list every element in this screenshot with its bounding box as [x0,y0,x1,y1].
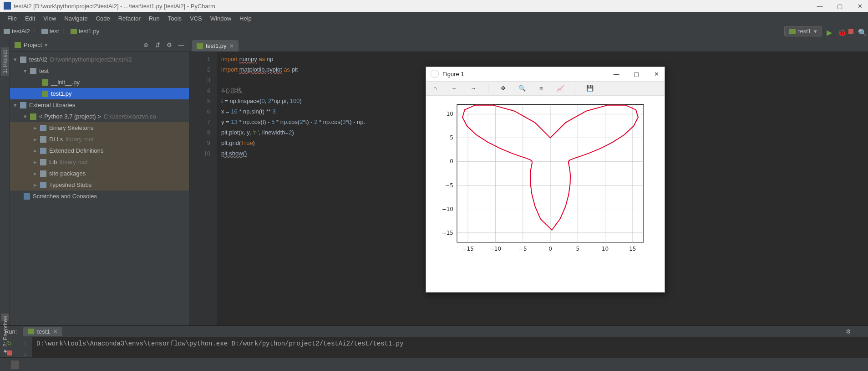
menu-bar: File Edit View Navigate Code Refactor Ru… [0,12,868,25]
search-everywhere-button[interactable]: 🔍 [858,28,864,35]
menu-run[interactable]: Run [145,13,163,24]
locate-icon[interactable]: ⊕ [142,42,149,48]
zoom-icon[interactable]: 🔍 [518,84,527,93]
tree-scratches[interactable]: Scratches and Consoles [10,191,189,202]
menu-help[interactable]: Help [236,13,255,24]
run-button[interactable]: ▶ [827,28,833,35]
menu-navigate[interactable]: Navigate [61,13,91,24]
tree-python-env[interactable]: ▾ < Python 3.7 (project) > C:\Users\xiao… [10,111,189,122]
run-config-selector[interactable]: test1 ▾ [784,26,822,36]
configure-icon[interactable]: ≡ [537,84,546,93]
tree-external-libraries[interactable]: ▾ External Libraries [10,99,189,111]
matplotlib-icon [431,70,439,78]
project-icon [15,42,21,48]
svg-text:−10: −10 [490,246,501,252]
svg-text:−5: −5 [445,182,453,189]
stop-button[interactable] [848,29,853,34]
menu-refactor[interactable]: Refactor [115,13,144,24]
window-title: testAi2 [D:\work\python\project2\testAi2… [14,3,215,10]
close-tab-icon[interactable]: ✕ [53,328,58,335]
maximize-button[interactable]: ▢ [835,1,844,10]
settings-icon[interactable]: ⚙ [166,42,173,48]
figure-toolbar: ⌂ ← → ✥ 🔍 ≡ 📈 💾 [426,81,665,96]
app-icon [4,2,11,10]
tree-binary-skeletons[interactable]: ▸Binary Skeletons [10,122,189,134]
tree-root[interactable]: ▾ testAi2 D:\work\python\project2\testAi… [10,54,189,65]
project-tree[interactable]: ▾ testAi2 D:\work\python\project2\testAi… [10,52,189,325]
breadcrumb-folder[interactable]: test [50,28,59,35]
figure-titlebar[interactable]: Figure 1 — ▢ ✕ [426,67,665,81]
menu-window[interactable]: Window [207,13,235,24]
project-tool-window: Project ▾ ⊕ ⇵ ⚙ — ▾ testAi2 D:\work\pyth… [10,38,189,325]
run-config-label: test1 [798,28,811,35]
run-tool-window: Run: test1 ✕ ⚙ — ↻ ↑ ↓ D:\work\tools\Ana… [0,325,868,357]
breadcrumb-root[interactable]: testAi2 [12,28,30,35]
tree-typeshed[interactable]: ▸Typeshed Stubs [10,179,189,191]
tab-favorites[interactable]: ★ 2: Favorites [1,313,10,357]
svg-text:5: 5 [450,134,453,141]
status-bar [0,357,868,371]
hide-icon[interactable]: — [178,42,184,48]
back-icon[interactable]: ← [450,84,459,93]
menu-vcs[interactable]: VCS [186,13,206,24]
hide-icon[interactable]: — [858,328,863,335]
svg-text:−10: −10 [442,206,453,212]
tree-site-packages[interactable]: ▸site-packages [10,168,189,179]
window-titlebar: testAi2 [D:\work\python\project2\testAi2… [0,0,868,12]
tree-dlls[interactable]: ▸DLLs library root [10,134,189,145]
dropdown-icon: ▾ [814,28,817,35]
run-side-toolbar-2: ↑ ↓ [18,337,32,357]
close-button[interactable]: ✕ [653,70,660,77]
run-output[interactable]: D:\work\tools\Anaconda3\envs\tensorflow\… [32,337,868,357]
breadcrumb-file[interactable]: test1.py [79,28,100,35]
svg-text:10: 10 [447,111,453,117]
dropdown-icon[interactable]: ▾ [45,41,48,48]
line-gutter: 12345678910 [189,52,217,325]
axes-icon[interactable]: 📈 [556,84,565,93]
menu-tools[interactable]: Tools [164,13,185,24]
chevron-right-icon: 〉 [33,27,39,36]
tree-file-init[interactable]: __init__.py [10,77,189,88]
down-icon[interactable]: ↓ [24,350,27,357]
editor-tab-label: test1.py [206,42,227,49]
python-file-icon [28,329,34,334]
collapse-all-icon[interactable]: ⇵ [154,42,161,48]
svg-text:−15: −15 [442,230,453,236]
folder-icon [4,29,10,34]
run-tab-label: test1 [37,328,50,335]
breadcrumb[interactable]: testAi2 〉 test 〉 test1.py [4,27,99,36]
settings-icon[interactable]: ⚙ [846,328,851,335]
separator [488,84,488,93]
maximize-button[interactable]: ▢ [633,70,640,77]
close-button[interactable]: ✕ [855,1,864,10]
menu-edit[interactable]: Edit [21,13,39,24]
minimize-button[interactable]: — [815,1,824,10]
home-icon[interactable]: ⌂ [431,84,440,93]
close-tab-icon[interactable]: ✕ [229,43,234,49]
minimize-button[interactable]: — [613,70,620,77]
save-icon[interactable]: 💾 [585,84,594,93]
python-file-icon [197,43,203,49]
editor-tab-test1[interactable]: test1.py ✕ [192,40,239,52]
menu-file[interactable]: File [4,13,20,24]
tab-project[interactable]: 1: Project [1,47,9,76]
tool-windows-icon[interactable] [11,361,19,369]
tree-lib[interactable]: ▸Lib library root [10,156,189,168]
tree-file-test1[interactable]: test1.py [10,88,189,99]
tree-extended-defs[interactable]: ▸Extended Definitions [10,145,189,156]
up-icon[interactable]: ↑ [24,340,27,347]
svg-text:5: 5 [576,246,579,252]
menu-view[interactable]: View [40,13,60,24]
figure-title: Figure 1 [442,71,464,77]
tree-folder-test[interactable]: ▾ test [10,65,189,77]
figure-canvas[interactable]: −15−10−5051015−15−10−50510 [426,96,665,292]
pan-icon[interactable]: ✥ [498,84,508,93]
svg-text:−5: −5 [519,246,527,252]
debug-button[interactable]: 🐞 [838,28,844,35]
forward-icon[interactable]: → [469,84,478,93]
matplotlib-figure-window[interactable]: Figure 1 — ▢ ✕ ⌂ ← → ✥ 🔍 ≡ 📈 💾 −15−10−50… [426,67,665,293]
menu-code[interactable]: Code [92,13,114,24]
run-tab[interactable]: test1 ✕ [23,327,62,336]
separator [575,84,575,93]
panel-title: Project [24,41,42,48]
